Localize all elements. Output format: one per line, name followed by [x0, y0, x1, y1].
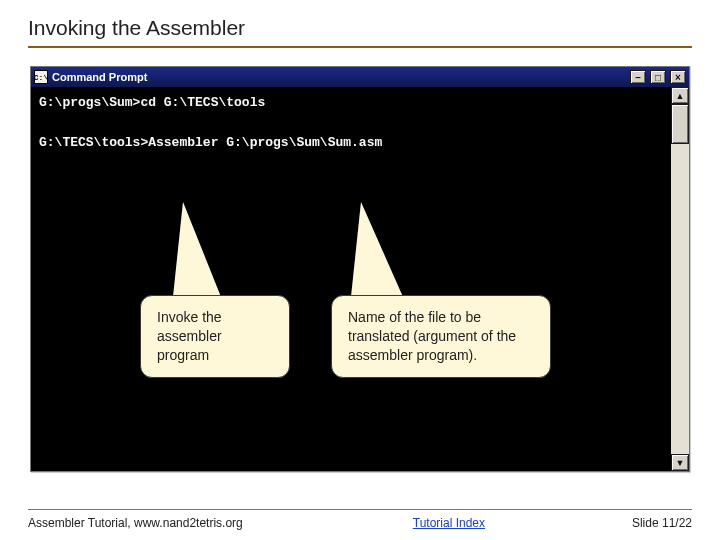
window-controls: – □ ×	[630, 70, 687, 84]
title-rule	[28, 46, 692, 48]
scroll-up-button[interactable]: ▲	[671, 87, 689, 104]
callout-invoke-assembler: Invoke the assembler program	[140, 295, 290, 378]
tutorial-index-link[interactable]: Tutorial Index	[413, 516, 485, 530]
command-prompt-icon: C:\	[34, 70, 48, 84]
footer-rule	[28, 509, 692, 510]
terminal-line-2: G:\TECS\tools>Assembler G:\progs\Sum\Sum…	[39, 135, 382, 150]
vertical-scrollbar[interactable]: ▲ ▼	[671, 87, 689, 471]
terminal-line-1: G:\progs\Sum>cd G:\TECS\tools	[39, 95, 265, 110]
footer-source: Assembler Tutorial, www.nand2tetris.org	[28, 516, 243, 530]
callout-pointer-2	[351, 202, 403, 297]
scroll-down-button[interactable]: ▼	[671, 454, 689, 471]
maximize-button[interactable]: □	[650, 70, 666, 84]
scroll-thumb[interactable]	[671, 104, 689, 144]
window-title: Command Prompt	[52, 71, 630, 83]
callout-file-argument: Name of the file to be translated (argum…	[331, 295, 551, 378]
window-titlebar: C:\ Command Prompt – □ ×	[31, 67, 689, 87]
scroll-track[interactable]	[671, 104, 689, 454]
slide-title: Invoking the Assembler	[28, 16, 692, 40]
minimize-button[interactable]: –	[630, 70, 646, 84]
callout-pointer-1	[173, 202, 221, 297]
command-prompt-window: C:\ Command Prompt – □ × G:\progs\Sum>cd…	[30, 66, 690, 472]
slide-number: Slide 11/22	[632, 516, 692, 530]
slide-footer: Assembler Tutorial, www.nand2tetris.org …	[28, 509, 692, 530]
close-button[interactable]: ×	[670, 70, 686, 84]
